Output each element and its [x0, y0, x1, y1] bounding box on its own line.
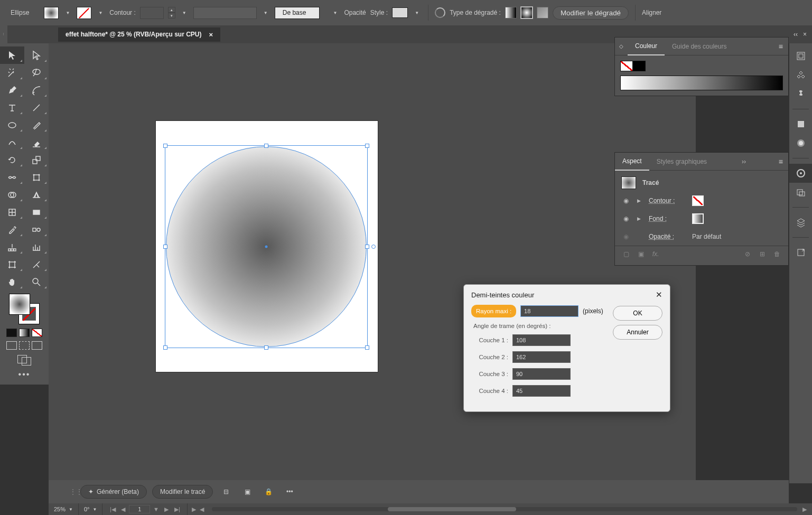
visibility-toggle[interactable]: ◉ [621, 215, 631, 222]
lock-icon[interactable]: 🔒 [260, 484, 276, 500]
artboard-dropdown-icon[interactable]: ▼ [151, 506, 161, 512]
ungroup-icon[interactable]: ⊟ [218, 484, 234, 500]
ch3-input[interactable] [512, 368, 571, 380]
last-artboard-icon[interactable]: ▶| [172, 506, 182, 513]
none-mode-btn[interactable] [32, 329, 42, 337]
free-transform-tool[interactable] [24, 168, 49, 186]
draw-normal-icon[interactable] [6, 341, 17, 350]
fill-row-label[interactable]: Fond : [649, 215, 686, 222]
draw-behind-icon[interactable] [19, 341, 30, 350]
artboard-tool[interactable] [0, 256, 24, 273]
shape-builder-tool[interactable] [0, 186, 24, 203]
paintbrush-tool[interactable] [24, 116, 49, 134]
appearance-icon[interactable] [789, 164, 812, 183]
grayscale-ramp[interactable] [620, 76, 783, 90]
stroke-swatch[interactable] [77, 7, 91, 19]
perspective-grid-tool[interactable] [24, 186, 49, 203]
blend-tool[interactable] [24, 221, 49, 238]
panel-expand-icon[interactable]: ›› [738, 158, 750, 165]
slice-tool[interactable] [24, 256, 49, 273]
delete-item-icon[interactable]: 🗑 [772, 249, 782, 259]
arrange-icon[interactable]: ▣ [239, 484, 255, 500]
taskbar-grip-icon[interactable]: ⋮⋮ [70, 488, 75, 495]
var-width-dropdown[interactable]: ▼ [261, 7, 270, 19]
opacity-row-value[interactable]: Par défaut [692, 233, 721, 240]
column-graph-tool[interactable] [24, 238, 49, 256]
collapse-panels-icon[interactable]: ‹‹ [794, 31, 798, 38]
hand-tool[interactable] [0, 273, 24, 291]
prev-artboard-icon[interactable]: ◀ [118, 506, 128, 513]
radial-gradient-btn[interactable] [521, 7, 533, 18]
scroll-right-end-icon[interactable]: ▶ [802, 506, 812, 513]
color-black-swatch[interactable] [633, 61, 646, 71]
tab-graphic-styles[interactable]: Styles graphiques [649, 153, 714, 170]
stroke-dropdown[interactable]: ▼ [96, 7, 105, 19]
fill-swatch[interactable] [44, 7, 59, 19]
handle-tr[interactable] [365, 144, 369, 148]
zoom-tool[interactable] [24, 273, 49, 291]
artboard-number-input[interactable] [129, 505, 150, 513]
handle-tl[interactable] [163, 144, 167, 148]
next-artboard-icon[interactable]: ▶ [162, 506, 171, 513]
handle-bl[interactable] [163, 345, 167, 350]
scroll-right-icon[interactable]: ▶ [188, 506, 197, 513]
visibility-toggle[interactable]: ◉ [621, 197, 631, 204]
handle-ml[interactable] [163, 245, 167, 249]
expand-icon[interactable]: ▶ [637, 216, 642, 221]
close-panels-icon[interactable]: × [803, 31, 807, 38]
panel-menu-icon[interactable]: ≡ [773, 42, 788, 51]
ch4-input[interactable] [512, 385, 571, 397]
zoom-segment[interactable]: 25%▼ [49, 503, 79, 515]
ellipse-tool[interactable] [0, 116, 24, 134]
draw-inside-icon[interactable] [32, 341, 42, 350]
line-segment-tool[interactable] [24, 99, 49, 116]
direct-selection-tool[interactable] [24, 46, 49, 64]
freeform-gradient-btn[interactable] [537, 7, 548, 18]
clear-appearance-icon[interactable]: ⊘ [743, 249, 752, 259]
ok-button[interactable]: OK [613, 306, 662, 321]
expand-icon[interactable]: ▶ [637, 198, 642, 203]
fill-dropdown[interactable]: ▼ [63, 7, 72, 19]
handle-tm[interactable] [264, 144, 268, 148]
width-tool[interactable] [0, 168, 24, 186]
transparency-icon[interactable] [789, 183, 812, 202]
max-radius-input[interactable] [520, 305, 578, 317]
libraries-icon[interactable] [789, 65, 812, 85]
linear-gradient-btn[interactable] [505, 7, 517, 18]
pen-tool[interactable] [0, 81, 24, 99]
eyedropper-tool[interactable] [0, 221, 24, 238]
ch1-input[interactable] [512, 334, 571, 346]
horizontal-scrollbar[interactable] [212, 507, 797, 511]
ch2-input[interactable] [512, 351, 571, 363]
properties-icon[interactable] [789, 46, 812, 65]
edit-toolbar-icon[interactable]: ••• [0, 368, 49, 381]
swatches-icon[interactable] [789, 85, 812, 104]
panel-menu-icon[interactable]: ≡ [773, 157, 788, 166]
selection-tool[interactable] [0, 46, 24, 64]
eraser-tool[interactable] [24, 134, 49, 151]
cancel-button[interactable]: Annuler [613, 325, 662, 340]
graphic-style-swatch[interactable] [392, 7, 408, 18]
add-effect-icon[interactable]: fx. [651, 249, 660, 259]
visibility-toggle[interactable]: ◉ [621, 233, 631, 240]
scale-tool[interactable] [24, 151, 49, 168]
new-fill-icon[interactable]: ▣ [636, 249, 646, 259]
shaper-tool[interactable] [0, 134, 24, 151]
export-icon[interactable] [789, 243, 812, 262]
gradient-endpoint[interactable] [371, 245, 376, 249]
stroke-row-label[interactable]: Contour : [649, 197, 686, 204]
graphic-style-dropdown[interactable]: ▼ [412, 7, 422, 19]
rotate-segment[interactable]: 0°▼ [79, 503, 102, 515]
handle-mr[interactable] [365, 245, 369, 249]
mesh-tool[interactable] [0, 203, 24, 221]
first-artboard-icon[interactable]: |◀ [108, 506, 117, 513]
curvature-tool[interactable] [24, 81, 49, 99]
brush-def-dropdown[interactable]: ▼ [330, 7, 340, 19]
handle-bm[interactable] [264, 345, 268, 350]
gradient-panel-icon[interactable] [789, 134, 812, 153]
tab-color[interactable]: Couleur [628, 38, 665, 55]
edit-gradient-btn[interactable]: Modifier le dégradé [553, 6, 629, 20]
stroke-weight-preset[interactable]: ▼ [180, 7, 189, 19]
screen-mode-icon[interactable] [17, 355, 31, 366]
color-mode-btn[interactable] [6, 329, 17, 337]
